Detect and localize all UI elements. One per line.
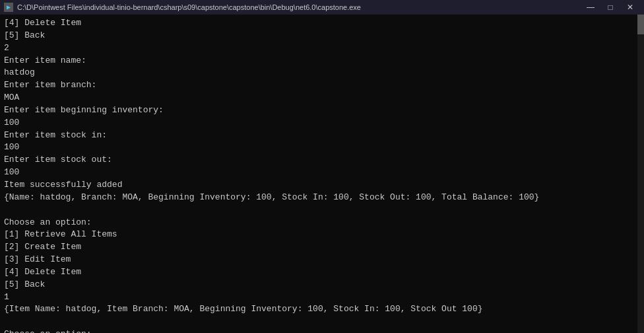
minimize-button[interactable]: — (581, 0, 600, 15)
title-bar-left: ▶ C:\D\Pointwest Files\individual-tinio-… (4, 3, 361, 12)
console-output: [4] Delete Item [5] Back 2 Enter item na… (4, 17, 640, 333)
window-title: C:\D\Pointwest Files\individual-tinio-be… (17, 3, 361, 11)
console-window: [4] Delete Item [5] Back 2 Enter item na… (0, 15, 644, 333)
window-controls: — □ ✕ (581, 0, 640, 15)
close-button[interactable]: ✕ (620, 0, 640, 15)
title-bar: ▶ C:\D\Pointwest Files\individual-tinio-… (0, 0, 644, 15)
scrollbar-thumb[interactable] (637, 15, 644, 34)
app-icon: ▶ (4, 3, 13, 12)
maximize-button[interactable]: □ (600, 0, 620, 15)
scrollbar[interactable] (637, 15, 644, 333)
